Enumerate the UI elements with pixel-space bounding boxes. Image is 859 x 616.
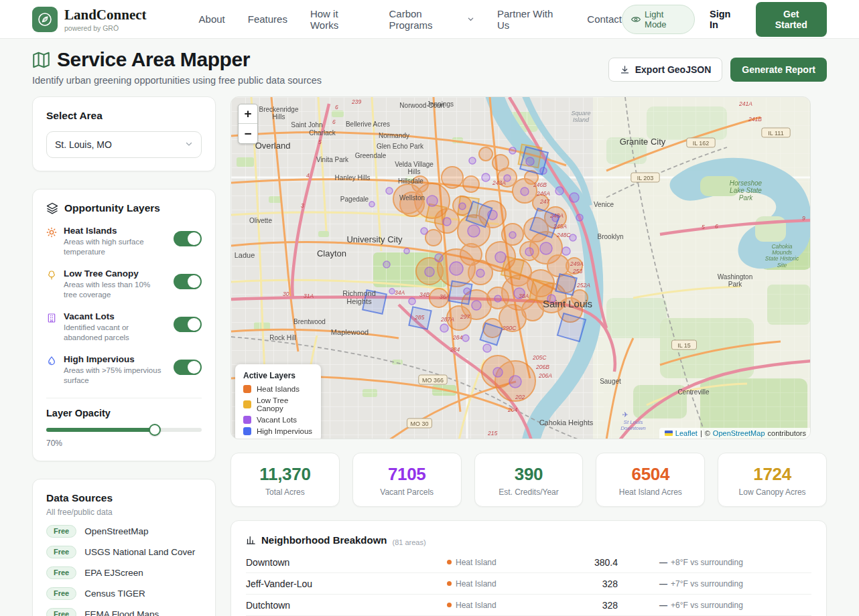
vacant-lot-marker[interactable] [450, 262, 463, 275]
heat-island-marker[interactable] [572, 290, 588, 306]
data-source-name: FEMA Flood Maps [84, 609, 159, 616]
heat-island-marker[interactable] [393, 184, 423, 214]
road-ref-label: 206B [535, 364, 549, 370]
vacant-lot-marker[interactable] [540, 242, 552, 254]
vacant-lot-marker[interactable] [570, 234, 576, 241]
stat-value: 1724 [725, 464, 819, 485]
vacant-lot-marker[interactable] [459, 203, 466, 210]
vacant-lot-marker[interactable] [494, 295, 501, 302]
heat-island-marker[interactable] [479, 147, 492, 161]
road-ref-label: 290C [502, 325, 517, 331]
vacant-lot-marker[interactable] [386, 187, 393, 194]
vacant-lot-marker[interactable] [509, 232, 516, 238]
nav-item-how-it-works[interactable]: How it Works [310, 8, 367, 31]
get-started-button[interactable]: Get Started [756, 2, 828, 37]
vacant-lot-marker[interactable] [509, 147, 516, 154]
road-ref-label: 6 [332, 119, 336, 125]
building-icon [46, 313, 58, 343]
area-select[interactable]: St. Louis, MO [46, 131, 202, 158]
vacant-lot-marker[interactable] [576, 214, 583, 221]
export-geojson-button[interactable]: Export GeoJSON [608, 58, 723, 82]
nav-item-partner-with-us[interactable]: Partner With Us [497, 8, 564, 31]
zoom-in-button[interactable]: + [239, 104, 257, 124]
ukraine-flag-icon [665, 431, 673, 436]
heat-island-marker[interactable] [425, 230, 442, 246]
vacant-lot-marker[interactable] [443, 218, 451, 226]
layer-toggle-heat-islands[interactable] [174, 231, 202, 246]
road-ref-label: 202 [515, 394, 525, 400]
nav-item-carbon-programs[interactable]: Carbon Programs [389, 8, 474, 31]
slider-knob[interactable] [149, 424, 161, 436]
vacant-lot-marker[interactable] [562, 247, 570, 255]
layer-type-cell: Heat Island [447, 601, 578, 610]
heat-island-marker[interactable] [463, 176, 479, 192]
vacant-lot-marker[interactable] [570, 193, 579, 202]
vacant-lot-marker[interactable] [521, 187, 529, 196]
nav-item-label: How it Works [310, 8, 367, 31]
road-ref-label: 204 [507, 406, 517, 413]
neighborhood-breakdown-panel: Neighborhood Breakdown (81 areas) Downto… [230, 520, 827, 616]
vacant-lot-marker[interactable] [509, 376, 521, 388]
brand[interactable]: LandConnect powered by GRŌ [32, 7, 147, 32]
vacant-lot-marker[interactable] [468, 225, 480, 237]
nav-item-features[interactable]: Features [248, 13, 287, 25]
eye-icon [631, 15, 641, 24]
heat-island-marker[interactable] [442, 167, 463, 188]
droplet-icon [46, 356, 58, 386]
tree-icon [46, 270, 58, 300]
map-canvas[interactable]: IL 162IL 111IL 203IL 15MO 366MO 30 23924… [230, 96, 811, 439]
layer-toggle-vacant-lots[interactable] [174, 317, 202, 332]
vacant-lot-marker[interactable] [555, 187, 564, 195]
nav-item-about[interactable]: About [199, 13, 225, 25]
layer-type-cell: Heat Island [447, 558, 578, 567]
legend-item: Vacant Lots [243, 416, 313, 424]
legend-title: Active Layers [243, 371, 313, 380]
trend-label: +6°F vs surrounding [671, 601, 743, 610]
road-ref-label: 245A [553, 223, 567, 230]
layer-toggle-high-impervious[interactable] [174, 360, 202, 375]
zoom-out-button[interactable]: − [239, 124, 257, 143]
high-impervious-marker[interactable] [520, 147, 548, 175]
vacant-lot-marker[interactable] [469, 157, 476, 164]
vacant-lot-marker[interactable] [404, 248, 409, 254]
main-nav: AboutFeaturesHow it WorksCarbon Programs… [199, 8, 622, 31]
stat-value: 6504 [603, 464, 698, 485]
layer-text: Low Tree CanopyAreas with less than 10% … [58, 268, 174, 300]
leaflet-link[interactable]: Leaflet [675, 429, 698, 437]
high-impervious-marker[interactable] [449, 281, 472, 305]
high-impervious-marker[interactable] [555, 274, 577, 295]
vacant-lot-marker[interactable] [383, 261, 390, 268]
layer-opacity-slider[interactable] [46, 428, 202, 432]
vacant-lot-marker[interactable] [482, 173, 490, 181]
acres-value: 328 [578, 600, 618, 611]
vacant-lot-marker[interactable] [427, 196, 438, 206]
layer-description: Areas with less than 10% tree coverage [64, 280, 164, 300]
vacant-lot-marker[interactable] [495, 252, 506, 262]
vacant-lot-marker[interactable] [369, 202, 375, 207]
vacant-lot-marker[interactable] [425, 267, 434, 277]
osm-link[interactable]: OpenStreetMap [713, 429, 765, 437]
high-impervious-marker[interactable] [362, 290, 387, 314]
sign-in-link[interactable]: Sign In [710, 9, 740, 30]
vacant-lot-marker[interactable] [483, 344, 491, 352]
vacant-lot-marker[interactable] [421, 228, 427, 234]
vacant-lot-marker[interactable] [547, 295, 555, 303]
generate-report-button[interactable]: Generate Report [730, 58, 827, 82]
vacant-lot-marker[interactable] [493, 368, 503, 377]
vacant-lot-marker[interactable] [476, 269, 484, 277]
layer-toggle-low-tree-canopy[interactable] [174, 274, 202, 289]
vacant-lot-marker[interactable] [440, 324, 448, 332]
heat-island-marker[interactable] [492, 155, 509, 171]
road-ref-label: 239 [351, 98, 361, 105]
vacant-lot-marker[interactable] [435, 254, 443, 262]
vacant-lot-marker[interactable] [472, 301, 481, 310]
light-mode-toggle[interactable]: Light Mode [622, 5, 695, 34]
road-ref-label: 248A [549, 212, 564, 219]
vacant-lot-marker[interactable] [409, 298, 415, 305]
vacant-lot-marker[interactable] [525, 248, 533, 256]
trend-label: +7°F vs surrounding [671, 579, 743, 589]
nav-item-contact[interactable]: Contact [587, 13, 622, 25]
vacant-lot-marker[interactable] [462, 335, 469, 341]
opportunity-layers-title: Opportunity Layers [64, 202, 160, 214]
vacant-lot-marker[interactable] [389, 289, 395, 294]
